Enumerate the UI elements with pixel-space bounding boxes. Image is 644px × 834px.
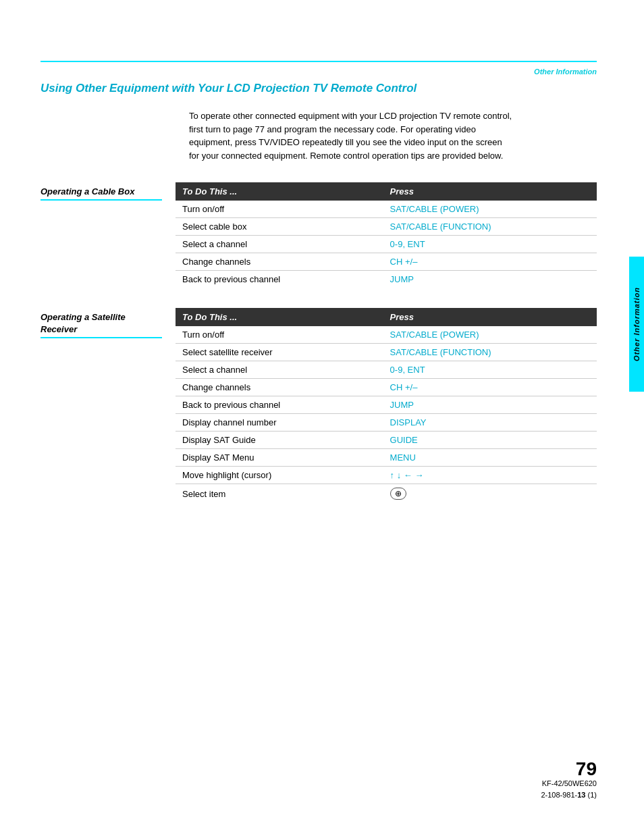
press-cell: ↑ ↓ ← → <box>383 467 597 484</box>
action-cell: Turn on/off <box>176 326 383 344</box>
press-cell: SAT/CABLE (FUNCTION) <box>383 218 597 236</box>
table-row: Turn on/off SAT/CABLE (POWER) <box>176 326 597 344</box>
satellite-col2-header: Press <box>383 308 597 326</box>
press-cell: DISPLAY <box>383 414 597 432</box>
other-info-header: Other Information <box>534 68 597 76</box>
cable-box-label: Operating a Cable Box <box>41 186 162 198</box>
satellite-label-container: Operating a Satellite Receiver <box>41 308 176 503</box>
action-cell: Display SAT Menu <box>176 449 383 467</box>
satellite-table-header-row: To Do This ... Press <box>176 308 597 326</box>
table-row: Change channels CH +/– <box>176 379 597 396</box>
top-line <box>41 61 597 62</box>
side-tab: Other Information <box>629 257 644 392</box>
model-info: KF-42/50WE620 2-108-981-13 (1) <box>541 778 597 800</box>
page-number: 79 <box>576 758 597 780</box>
main-title: Using Other Equipment with Your LCD Proj… <box>41 81 597 96</box>
action-cell: Turn on/off <box>176 201 383 218</box>
action-cell: Back to previous channel <box>176 271 383 288</box>
satellite-table: To Do This ... Press Turn on/off SAT/CAB… <box>176 308 597 503</box>
action-cell: Display SAT Guide <box>176 432 383 449</box>
cable-box-label-container: Operating a Cable Box <box>41 182 176 288</box>
table-row: Turn on/off SAT/CABLE (POWER) <box>176 201 597 218</box>
page-container: Other Information Other Information Usin… <box>0 0 644 834</box>
table-row: Select cable box SAT/CABLE (FUNCTION) <box>176 218 597 236</box>
cable-box-section: Operating a Cable Box To Do This ... Pre… <box>41 182 597 288</box>
satellite-underline <box>41 337 162 338</box>
table-row: Change channels CH +/– <box>176 253 597 271</box>
press-cell: JUMP <box>383 396 597 414</box>
press-cell: MENU <box>383 449 597 467</box>
side-tab-label: Other Information <box>633 287 641 361</box>
table-row: Display SAT Guide GUIDE <box>176 432 597 449</box>
model-line2: 2-108-981-13 (1) <box>541 789 597 801</box>
model-line1: KF-42/50WE620 <box>541 778 597 789</box>
table-row: Select item ⊕ <box>176 484 597 504</box>
table-row: Back to previous channel JUMP <box>176 271 597 288</box>
table-row: Select a channel 0-9, ENT <box>176 236 597 253</box>
action-cell: Select a channel <box>176 236 383 253</box>
satellite-section: Operating a Satellite Receiver To Do Thi… <box>41 308 597 503</box>
satellite-col1-header: To Do This ... <box>176 308 383 326</box>
press-cell: SAT/CABLE (POWER) <box>383 326 597 344</box>
press-cell: SAT/CABLE (POWER) <box>383 201 597 218</box>
cable-box-underline <box>41 199 162 201</box>
press-cell: SAT/CABLE (FUNCTION) <box>383 344 597 361</box>
table-row: Move highlight (cursor) ↑ ↓ ← → <box>176 467 597 484</box>
table-row: Back to previous channel JUMP <box>176 396 597 414</box>
intro-text: To operate other connected equipment wit… <box>189 109 513 162</box>
cable-box-col1-header: To Do This ... <box>176 182 383 201</box>
table-row: Display SAT Menu MENU <box>176 449 597 467</box>
press-cell: ⊕ <box>383 484 597 504</box>
action-cell: Select cable box <box>176 218 383 236</box>
press-cell: 0-9, ENT <box>383 361 597 379</box>
action-cell: Back to previous channel <box>176 396 383 414</box>
press-cell: GUIDE <box>383 432 597 449</box>
cable-box-table: To Do This ... Press Turn on/off SAT/CAB… <box>176 182 597 288</box>
action-cell: Display channel number <box>176 414 383 432</box>
cable-box-col2-header: Press <box>383 182 597 201</box>
press-cell: CH +/– <box>383 379 597 396</box>
action-cell: Change channels <box>176 253 383 271</box>
press-cell: JUMP <box>383 271 597 288</box>
satellite-label: Operating a Satellite Receiver <box>41 311 162 336</box>
action-cell: Change channels <box>176 379 383 396</box>
press-cell: 0-9, ENT <box>383 236 597 253</box>
table-row: Select a channel 0-9, ENT <box>176 361 597 379</box>
table-row: Display channel number DISPLAY <box>176 414 597 432</box>
press-cell: CH +/– <box>383 253 597 271</box>
action-cell: Select item <box>176 484 383 504</box>
action-cell: Select satellite receiver <box>176 344 383 361</box>
action-cell: Move highlight (cursor) <box>176 467 383 484</box>
table-row: Select satellite receiver SAT/CABLE (FUN… <box>176 344 597 361</box>
action-cell: Select a channel <box>176 361 383 379</box>
cable-box-table-header-row: To Do This ... Press <box>176 182 597 201</box>
circle-button-icon: ⊕ <box>390 488 406 500</box>
